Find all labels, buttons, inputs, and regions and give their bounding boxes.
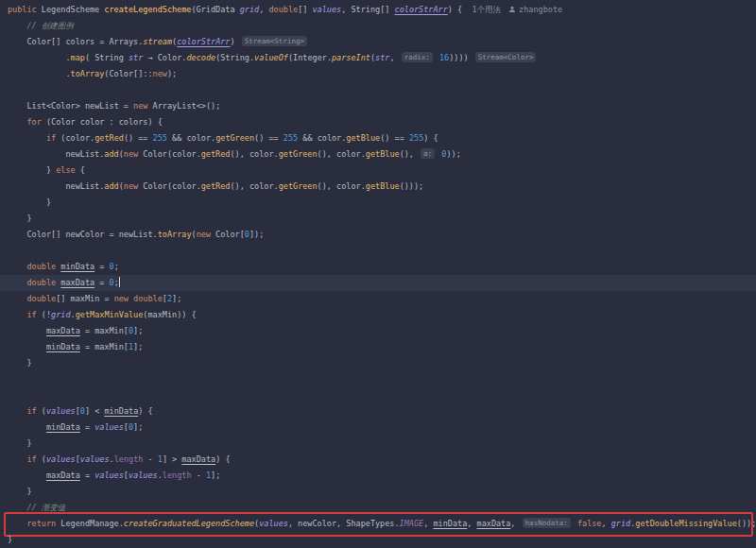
code-line-current[interactable]: double maxData = 0;	[0, 275, 756, 291]
code-line[interactable]: List<Color> newList = new ArrayList<>();	[8, 98, 752, 114]
code-line[interactable]: if (values[values.length - 1] > maxData)…	[8, 452, 752, 468]
code-line[interactable]: minData = maxMin[1];	[8, 339, 752, 355]
code-token: 255	[153, 133, 167, 143]
code-token: []	[298, 5, 312, 14]
code-token: if	[26, 406, 36, 416]
code-token: if	[26, 454, 36, 464]
code-line[interactable]: }	[8, 484, 752, 500]
code-line[interactable]	[8, 387, 752, 403]
code-line[interactable]: }	[8, 195, 752, 211]
code-token: (color.	[167, 181, 201, 191]
code-line[interactable]: if (color.getRed() == 255 && color.getGr…	[8, 130, 752, 146]
code-token: ];	[172, 294, 181, 303]
code-token: (color.	[167, 149, 201, 159]
code-vision-label[interactable]: zhangbote	[519, 5, 562, 14]
code-line[interactable]: Color[] colors = Arrays.stream(colorStrA…	[8, 34, 752, 50]
code-token: =	[94, 262, 109, 271]
code-token	[8, 310, 26, 319]
code-line[interactable]: if (values[0] < minData) {	[8, 403, 752, 420]
code-line[interactable]: } else {	[8, 163, 752, 179]
code-token	[8, 519, 26, 528]
inlay-hint: Stream<String>	[242, 36, 307, 46]
code-line[interactable]: .map( String str → Color.decode(String.v…	[8, 50, 752, 66]
code-token: getDoubleMissingValue	[635, 519, 736, 528]
code-token: (), color.	[318, 181, 366, 191]
code-token: if	[26, 310, 36, 319]
code-token: add	[104, 149, 118, 159]
code-token: (color.	[56, 133, 94, 143]
code-line[interactable]: }	[8, 532, 752, 548]
code-line[interactable]: maxData = values[values.length - 1];	[8, 468, 752, 484]
code-token: →	[143, 53, 157, 62]
code-token: (	[37, 454, 46, 464]
code-token: colorStrArr	[177, 37, 230, 46]
code-line[interactable]: // 创建图例	[8, 18, 752, 34]
code-token: ];	[133, 342, 143, 351]
code-token: String	[94, 53, 129, 62]
code-line[interactable]: minData = values[0];	[8, 420, 752, 436]
code-token: .	[8, 69, 71, 78]
code-token: ) {	[215, 454, 230, 464]
code-token: }	[8, 358, 32, 368]
code-token: (), color.	[230, 181, 278, 191]
code-editor[interactable]: public LegendScheme createLegendScheme(G…	[0, 0, 756, 548]
code-token: // 创建图例	[8, 21, 74, 30]
code-token: );	[167, 69, 177, 78]
code-vision-label[interactable]: 1个用法	[472, 5, 501, 14]
code-line[interactable]: public LegendScheme createLegendScheme(G…	[8, 2, 752, 18]
code-line[interactable]: double[] maxMin = new double[2];	[8, 291, 752, 307]
code-token: =	[80, 471, 94, 480]
code-token: ());	[737, 519, 756, 528]
code-token: values	[129, 471, 158, 480]
code-token: maxData	[181, 454, 215, 464]
code-token: minData	[60, 262, 94, 271]
code-line[interactable]: }	[8, 436, 752, 452]
code-line[interactable]	[8, 243, 752, 259]
code-token: }	[8, 438, 32, 448]
code-token: ShapeTypes	[346, 519, 394, 528]
code-token: getRed	[94, 133, 124, 143]
code-token: values	[312, 5, 341, 14]
code-token: new	[153, 69, 167, 78]
code-line[interactable]: }	[8, 211, 752, 227]
code-line[interactable]: maxData = maxMin[0];	[8, 323, 752, 339]
code-line[interactable]: newList.add(new Color(color.getRed(), co…	[8, 146, 752, 163]
code-token: [] colors =	[51, 37, 109, 46]
code-line[interactable]: Color[] newColor = newList.toArray(new C…	[8, 227, 752, 243]
code-token	[8, 422, 46, 432]
code-line[interactable]: newList.add(new Color(color.getRed(), co…	[8, 179, 752, 195]
code-token: []	[380, 5, 394, 14]
code-token: ;	[114, 262, 119, 271]
code-line-annotated[interactable]: return LegendManage.createGraduatedLegen…	[8, 516, 752, 532]
code-token: && color.	[298, 133, 346, 143]
code-line[interactable]: .toArray(Color[]::new);	[8, 66, 752, 82]
author-icon[interactable]	[508, 3, 516, 19]
code-token: // 渐变值	[8, 503, 65, 512]
code-token: double	[26, 262, 60, 271]
code-token: Integer	[293, 53, 327, 62]
code-line[interactable]: if (!grid.getMaxMinValue(maxMin)) {	[8, 307, 752, 323]
code-token: Arrays	[110, 37, 139, 46]
code-token: add	[104, 181, 118, 191]
code-token	[8, 454, 26, 464]
code-token: }	[8, 535, 12, 544]
code-line[interactable]: for (Color color : colors) {	[8, 114, 752, 130]
code-token: [] maxMin =	[56, 294, 113, 303]
code-token: ()));	[400, 181, 424, 191]
inlay-hint: Stream<Color>	[475, 52, 537, 62]
code-line[interactable]: double minData = 0;	[8, 259, 752, 275]
code-line[interactable]: // 渐变值	[8, 500, 752, 516]
code-line[interactable]	[8, 371, 752, 387]
code-token: for	[26, 117, 41, 127]
code-token: ] >	[163, 454, 181, 464]
code-line[interactable]	[8, 82, 752, 98]
code-token: Color	[215, 230, 240, 239]
code-token: ,	[423, 519, 433, 528]
code-token: minData	[46, 422, 80, 432]
code-token: }	[8, 487, 32, 496]
code-token: }	[8, 197, 51, 207]
code-token	[8, 133, 46, 143]
code-line[interactable]: }	[8, 355, 752, 371]
code-token: getGreen	[279, 181, 318, 191]
ide-window: public LegendScheme createLegendScheme(G…	[0, 0, 756, 548]
